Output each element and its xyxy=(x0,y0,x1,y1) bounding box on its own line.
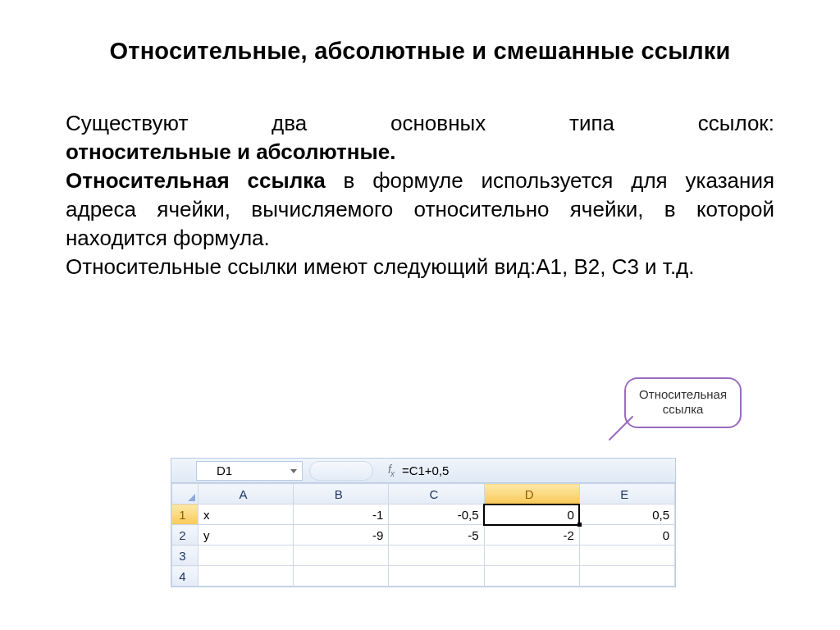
t1b: два xyxy=(272,109,307,138)
bold-1: относительные и абсолютные. xyxy=(66,139,395,164)
cell[interactable]: 0 xyxy=(484,504,579,525)
fx-icon[interactable]: fx xyxy=(388,463,394,478)
name-box[interactable]: D1 xyxy=(196,461,303,481)
cell[interactable] xyxy=(199,566,294,587)
t1d: типа xyxy=(569,109,614,138)
callout-line2: ссылка xyxy=(639,402,727,417)
excel-snippet: D1 fx =C1+0,5 A B C D E 1x-1-0,500,52y-9… xyxy=(171,458,676,587)
formula-buttons[interactable] xyxy=(309,461,373,481)
cell[interactable]: 0 xyxy=(579,525,674,546)
cell[interactable]: -1 xyxy=(294,504,389,525)
slide-body: Существуют два основных типа ссылок: отн… xyxy=(66,109,774,282)
cell[interactable]: -5 xyxy=(389,525,484,546)
spreadsheet-grid[interactable]: A B C D E 1x-1-0,500,52y-9-5-2034 xyxy=(171,483,675,587)
cell[interactable]: -9 xyxy=(294,525,389,546)
formula-value[interactable]: =C1+0,5 xyxy=(402,463,450,477)
t1a: Существуют xyxy=(66,109,188,138)
formula-bar: D1 fx =C1+0,5 xyxy=(171,459,675,483)
rest-2: Относительные ссылки имеют следующий вид… xyxy=(66,254,695,279)
cell[interactable] xyxy=(484,546,579,566)
cell[interactable] xyxy=(484,566,579,587)
bold-2: Относительная ссылка xyxy=(66,168,326,193)
col-header-active[interactable]: D xyxy=(484,484,579,504)
cell[interactable]: -0,5 xyxy=(389,504,484,525)
t1c: основных xyxy=(390,109,486,138)
cell[interactable] xyxy=(199,546,294,566)
cell[interactable] xyxy=(294,546,389,566)
col-header[interactable]: C xyxy=(389,484,484,504)
name-box-value: D1 xyxy=(217,463,232,477)
row-header[interactable]: 3 xyxy=(172,546,199,566)
cell[interactable]: 0,5 xyxy=(579,504,674,525)
cell[interactable] xyxy=(579,566,674,587)
callout: Относительная ссылка xyxy=(624,377,742,428)
cell[interactable]: x xyxy=(199,504,294,525)
select-all-corner[interactable] xyxy=(172,484,199,504)
callout-line1: Относительная xyxy=(639,387,727,402)
slide-title: Относительные, абсолютные и смешанные сс… xyxy=(66,38,774,65)
cell[interactable] xyxy=(389,546,484,566)
row-header[interactable]: 2 xyxy=(172,525,199,546)
cell[interactable] xyxy=(389,566,484,587)
col-header[interactable]: A xyxy=(199,484,294,504)
row-header[interactable]: 4 xyxy=(172,566,199,587)
row-header[interactable]: 1 xyxy=(172,504,199,525)
cell[interactable] xyxy=(294,566,389,587)
t1e: ссылок: xyxy=(698,109,774,138)
cell[interactable]: y xyxy=(199,525,294,546)
cell[interactable] xyxy=(579,546,674,566)
cell[interactable]: -2 xyxy=(484,525,579,546)
callout-pointer-icon xyxy=(600,412,641,445)
col-header[interactable]: B xyxy=(294,484,389,504)
col-header[interactable]: E xyxy=(579,484,674,504)
